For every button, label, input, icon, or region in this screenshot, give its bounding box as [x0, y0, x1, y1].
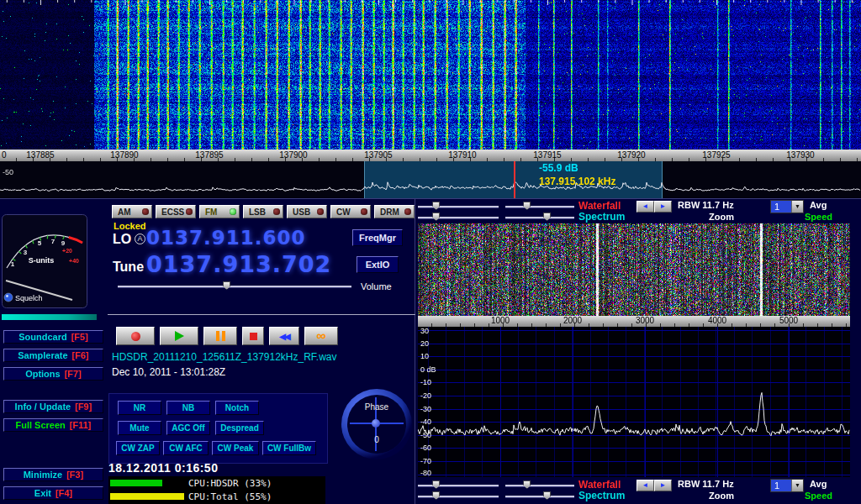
notch-button[interactable]: Notch: [215, 401, 259, 415]
slider-thumb[interactable]: [432, 213, 440, 221]
spectrum-db-label: -50: [3, 168, 13, 176]
hz-tick-label: 5000: [772, 316, 806, 325]
record-button[interactable]: [116, 327, 155, 345]
pause-button[interactable]: [203, 327, 237, 345]
button-label: CW Peak: [218, 444, 254, 453]
db-axis-label: -30: [420, 405, 431, 413]
nr-button[interactable]: NR: [118, 401, 161, 415]
lower-spectrum-zoom-slider[interactable]: [505, 491, 574, 501]
agc-button[interactable]: AGC Off: [166, 421, 210, 435]
frequency-tick-label: 137915: [529, 150, 566, 160]
db-axis-label: -50: [420, 431, 431, 439]
frequency-tick-label: 137920: [613, 150, 650, 160]
main-waterfall-display[interactable]: [0, 0, 861, 150]
fullscreen-button[interactable]: Full Screen [F11]: [3, 418, 103, 432]
slider-thumb[interactable]: [223, 281, 230, 290]
lo-a-badge[interactable]: A: [135, 234, 145, 244]
cw-peak-button[interactable]: CW Peak: [212, 441, 259, 455]
slider-thumb[interactable]: [543, 491, 551, 500]
button-label: Mute: [129, 423, 149, 433]
upper-waterfall-brightness-slider[interactable]: [418, 201, 499, 211]
zoom-label: Zoom: [709, 491, 734, 501]
frequency-shift-buttons: ◄ ►: [637, 201, 672, 213]
play-button[interactable]: [160, 327, 198, 345]
slider-thumb[interactable]: [432, 491, 440, 500]
button-hotkey: [F9]: [75, 402, 92, 412]
slider-thumb[interactable]: [543, 213, 551, 221]
frequency-tick-label: 137900: [275, 150, 312, 160]
despread-button[interactable]: Despread: [215, 421, 264, 435]
squelch-knob-highlight: [6, 295, 8, 297]
spectrum-label: Spectrum: [578, 211, 625, 223]
slider-track: [418, 206, 499, 207]
signal-level-bar: [2, 314, 97, 320]
squelch-knob[interactable]: [4, 293, 13, 302]
stop-button[interactable]: [242, 327, 264, 345]
s-meter: 1 3 5 7 9 +20 +40 S-units Squelch: [2, 214, 87, 308]
lower-waterfall-brightness-slider[interactable]: [418, 480, 499, 490]
slider-thumb[interactable]: [523, 202, 531, 210]
frequency-tick-label: 137905: [360, 150, 397, 160]
main-spectrum-display[interactable]: -50 -55.9 dB 137.915.102 kHz: [0, 161, 861, 198]
avg-speed-select[interactable]: 1 ▼: [770, 479, 804, 492]
soundcard-button[interactable]: Soundcard [F5]: [3, 330, 103, 344]
lower-waterfall-contrast-slider[interactable]: [505, 480, 574, 490]
play-icon: [175, 331, 184, 341]
cw-afc-button[interactable]: CW AFC: [163, 441, 209, 455]
button-label: FreqMgr: [359, 233, 396, 243]
loop-button[interactable]: ∞: [304, 327, 338, 345]
zoom-label: Zoom: [709, 212, 734, 222]
audio-frequency-scale[interactable]: 1000 2000 3000 4000 5000: [418, 316, 850, 327]
zoomed-spectrum-display[interactable]: 30 20 10 0 dB -10 -20 -30 -40 -50 -60 -7…: [418, 327, 850, 477]
upper-spectrum-zoom-slider[interactable]: [505, 212, 574, 222]
shift-left-button[interactable]: ◄: [637, 480, 654, 491]
slider-thumb[interactable]: [432, 480, 440, 489]
avg-speed-select[interactable]: 1 ▼: [770, 200, 804, 213]
select-value: 1: [771, 201, 791, 213]
extio-button[interactable]: ExtIO: [357, 256, 399, 273]
db-axis-label: 10: [420, 352, 429, 360]
lower-spectrum-range-slider[interactable]: [418, 491, 499, 501]
meter-scale-number-red: +20: [62, 248, 72, 254]
cw-fullbw-button[interactable]: CW FullBw: [262, 441, 316, 455]
slider-track: [418, 217, 499, 218]
cw-zap-button[interactable]: CW ZAP: [116, 441, 160, 455]
tune-frequency-display[interactable]: 0137.913.702: [146, 251, 331, 277]
frequency-tick-label: 137925: [698, 150, 735, 160]
tune-frequency-marker: [514, 161, 515, 198]
db-axis-label: -70: [420, 457, 431, 465]
rewind-button[interactable]: ◀◀: [269, 327, 299, 345]
db-axis-label: -10: [420, 378, 431, 386]
freqmgr-button[interactable]: FreqMgr: [352, 229, 403, 246]
options-button[interactable]: Options [F7]: [3, 367, 103, 381]
main-frequency-scale[interactable]: 0 137885 137890 137895 137900 137905 137…: [0, 150, 861, 161]
info-update-button[interactable]: Info / Update [F9]: [3, 400, 103, 413]
button-hotkey: [F6]: [72, 350, 89, 360]
phase-control[interactable]: Phase 0: [341, 389, 412, 459]
divider: [108, 314, 415, 315]
scale-db-zero-label: 0: [2, 150, 7, 160]
speed-label: Speed: [805, 212, 832, 222]
slider-track: [505, 206, 574, 207]
chevron-down-icon[interactable]: ▼: [791, 201, 803, 213]
slider-thumb[interactable]: [523, 480, 531, 489]
nb-button[interactable]: NB: [166, 401, 210, 415]
lower-display-controls: Waterfall Spectrum ◄ ► RBW 11.7 Hz Zoom …: [0, 478, 861, 501]
zoomed-waterfall-display[interactable]: [418, 223, 850, 316]
shift-right-button[interactable]: ►: [654, 480, 672, 491]
volume-slider[interactable]: [118, 281, 351, 291]
waterfall-label: Waterfall: [578, 200, 621, 212]
button-label: Despread: [220, 423, 259, 433]
shift-right-button[interactable]: ►: [654, 201, 672, 213]
recording-timestamp: Dec 10, 2011 - 13:01:28Z: [112, 366, 225, 378]
upper-waterfall-contrast-slider[interactable]: [505, 201, 574, 211]
lo-frequency-display[interactable]: 0137.911.600: [146, 227, 306, 249]
mute-button[interactable]: Mute: [118, 421, 161, 435]
chevron-down-icon[interactable]: ▼: [791, 480, 803, 491]
hz-tick-label: 4000: [700, 316, 734, 325]
samplerate-button[interactable]: Samplerate [F6]: [3, 349, 103, 362]
button-label: Options: [25, 369, 61, 379]
upper-spectrum-range-slider[interactable]: [418, 212, 499, 222]
shift-left-button[interactable]: ◄: [637, 201, 654, 213]
slider-thumb[interactable]: [432, 202, 440, 210]
